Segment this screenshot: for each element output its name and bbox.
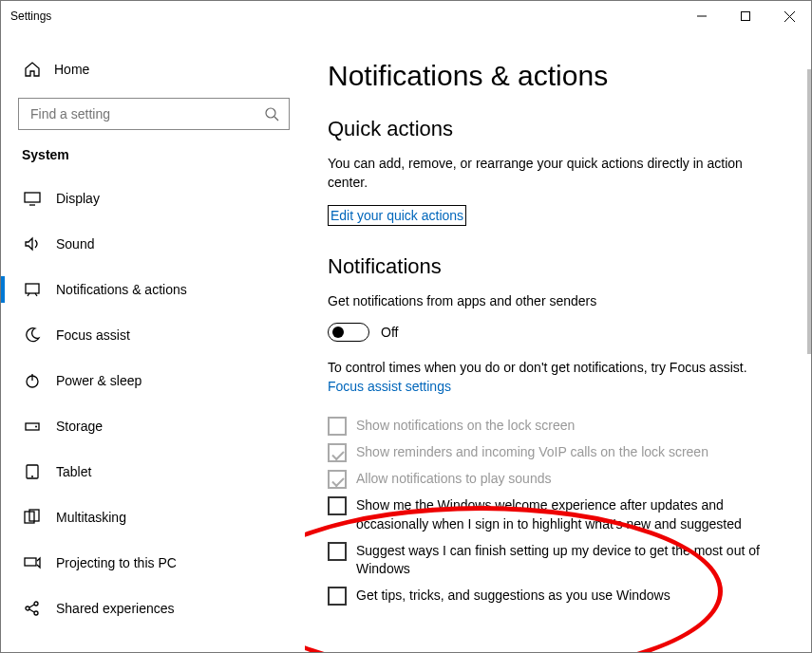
svg-point-20 — [34, 611, 38, 615]
search-input[interactable] — [28, 105, 265, 122]
window-title: Settings — [10, 9, 680, 23]
notifications-section: Notifications Get notifications from app… — [328, 254, 783, 606]
sidebar-item-tablet[interactable]: Tablet — [1, 449, 305, 494]
checkbox-row[interactable]: Show me the Windows welcome experience a… — [328, 496, 783, 533]
checkbox-label: Show reminders and incoming VoIP calls o… — [356, 443, 708, 462]
scrollbar[interactable] — [807, 69, 811, 354]
sidebar-item-storage[interactable]: Storage — [1, 403, 305, 449]
focus-assist-text: To control times when you do or don't ge… — [328, 359, 783, 378]
sidebar-item-label: Projecting to this PC — [56, 555, 177, 570]
moon-icon — [22, 326, 43, 344]
checkbox — [328, 443, 347, 462]
svg-line-22 — [29, 609, 34, 612]
checkbox-row: Show reminders and incoming VoIP calls o… — [328, 443, 783, 462]
sidebar-item-label: Power & sleep — [56, 373, 142, 388]
toggle-knob — [332, 326, 344, 338]
shared-icon — [22, 600, 43, 617]
svg-point-4 — [266, 108, 275, 118]
svg-rect-6 — [25, 193, 40, 202]
sidebar-item-label: Sound — [56, 236, 94, 252]
checkbox-label: Allow notifications to play sounds — [356, 470, 551, 489]
category-heading: System — [22, 147, 305, 162]
titlebar: Settings — [1, 1, 811, 31]
svg-rect-17 — [25, 558, 36, 566]
svg-line-5 — [274, 117, 278, 121]
quick-actions-section: Quick actions You can add, remove, or re… — [328, 117, 783, 226]
svg-rect-1 — [742, 12, 750, 21]
minimize-button[interactable] — [680, 1, 724, 31]
notifications-heading: Notifications — [328, 254, 783, 279]
svg-rect-8 — [26, 284, 39, 293]
edit-quick-actions-link[interactable]: Edit your quick actions — [328, 205, 466, 226]
home-nav[interactable]: Home — [1, 50, 305, 88]
window-controls — [680, 1, 811, 31]
svg-line-21 — [29, 605, 34, 607]
display-icon — [22, 190, 43, 207]
svg-point-12 — [35, 426, 37, 428]
sidebar-item-label: Notifications & actions — [56, 282, 187, 297]
quick-actions-text: You can add, remove, or rearrange your q… — [328, 155, 783, 192]
checkbox — [328, 470, 347, 489]
checkbox-row: Allow notifications to play sounds — [328, 470, 783, 489]
multitasking-icon — [22, 509, 43, 526]
svg-point-18 — [26, 606, 29, 610]
sidebar-item-label: Tablet — [56, 464, 91, 479]
sidebar-item-sound[interactable]: Sound — [1, 221, 305, 267]
power-icon — [22, 372, 43, 389]
quick-actions-heading: Quick actions — [328, 117, 783, 141]
sidebar-item-display[interactable]: Display — [1, 176, 305, 221]
storage-icon — [22, 418, 43, 435]
page-title: Notifications & actions — [328, 60, 783, 92]
minimize-icon — [697, 11, 707, 21]
tablet-icon — [22, 463, 43, 480]
sidebar-item-label: Focus assist — [56, 327, 130, 343]
checkbox[interactable] — [328, 542, 347, 561]
checkbox-label: Get tips, tricks, and suggestions as you… — [356, 587, 670, 606]
search-icon — [265, 107, 279, 121]
sidebar-item-multitasking[interactable]: Multitasking — [1, 494, 305, 540]
sidebar-item-label: Shared experiences — [56, 601, 175, 616]
sidebar-item-label: Multitasking — [56, 510, 126, 525]
checkbox-label: Show me the Windows welcome experience a… — [356, 496, 783, 533]
close-button[interactable] — [767, 1, 811, 31]
checkbox-row: Show notifications on the lock screen — [328, 417, 783, 436]
projecting-icon — [22, 554, 43, 571]
search-box[interactable] — [18, 98, 290, 130]
checkbox — [328, 417, 347, 436]
focus-assist-link[interactable]: Focus assist settings — [328, 379, 451, 394]
sidebar-item-label: Storage — [56, 419, 103, 434]
settings-window: Settings Home Syst — [0, 0, 812, 653]
sidebar: Home System DisplaySoundNotifications & … — [1, 31, 305, 652]
sidebar-item-projecting[interactable]: Projecting to this PC — [1, 540, 305, 586]
checkbox-label: Suggest ways I can finish setting up my … — [356, 542, 783, 579]
checkbox-row[interactable]: Suggest ways I can finish setting up my … — [328, 542, 783, 579]
sidebar-item-focus[interactable]: Focus assist — [1, 312, 305, 358]
sidebar-item-notifications[interactable]: Notifications & actions — [1, 267, 305, 312]
nav-list: DisplaySoundNotifications & actionsFocus… — [1, 176, 305, 631]
sidebar-item-shared[interactable]: Shared experiences — [1, 586, 305, 631]
home-label: Home — [54, 62, 89, 77]
content-pane: Notifications & actions Quick actions Yo… — [305, 31, 811, 652]
checkbox[interactable] — [328, 587, 347, 606]
checkbox-row[interactable]: Get tips, tricks, and suggestions as you… — [328, 587, 783, 606]
checkbox[interactable] — [328, 496, 347, 515]
notifications-icon — [22, 281, 43, 298]
maximize-button[interactable] — [724, 1, 767, 31]
toggle-state-label: Off — [381, 325, 398, 340]
sidebar-item-power[interactable]: Power & sleep — [1, 358, 305, 403]
maximize-icon — [741, 11, 750, 21]
notifications-from-apps-label: Get notifications from apps and other se… — [328, 292, 783, 311]
checkbox-label: Show notifications on the lock screen — [356, 417, 575, 436]
close-icon — [784, 11, 795, 22]
notifications-toggle[interactable] — [328, 323, 369, 342]
sidebar-item-label: Display — [56, 191, 100, 206]
home-icon — [22, 61, 43, 78]
svg-point-19 — [34, 602, 38, 606]
sound-icon — [22, 235, 43, 252]
